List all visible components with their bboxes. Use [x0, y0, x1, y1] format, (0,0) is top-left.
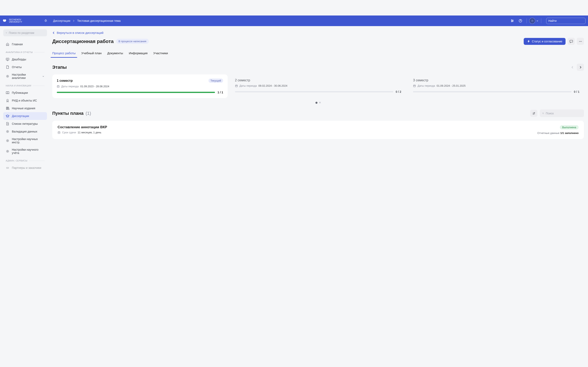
tab-information[interactable]: Информация	[129, 50, 148, 58]
svg-point-8	[6, 32, 7, 33]
chevron-left-icon	[571, 66, 574, 69]
calendar-icon	[413, 84, 416, 87]
svg-rect-21	[57, 86, 59, 87]
logo-icon	[2, 18, 7, 23]
dot-2[interactable]	[319, 102, 321, 103]
report-text: Отчетные данные 1/1 заполнено	[537, 132, 579, 134]
svg-rect-13	[7, 107, 8, 109]
dates-value: 09.02.2024 - 30.06.2024	[259, 84, 287, 87]
nav-lit-lists[interactable]: Списки литературы	[3, 120, 47, 128]
sort-button[interactable]	[530, 110, 537, 117]
nav-label: Настройки аналитики	[12, 73, 40, 80]
plan-actions	[530, 109, 584, 117]
stage-title: 1 семестр	[57, 79, 73, 83]
stages-prev-button	[569, 64, 576, 71]
sidebar-search-input[interactable]	[9, 31, 44, 34]
dates-value: 01.09.2024 - 25.01.2025	[437, 84, 466, 87]
award-icon	[6, 99, 9, 102]
gear-icon	[6, 130, 9, 133]
nav-group-admin: АДМИН. СЕРВИСЫ	[2, 157, 49, 164]
nav-partners[interactable]: Партнеры и заказчики	[3, 164, 47, 172]
plan-search[interactable]	[540, 109, 584, 117]
pin-icon[interactable]	[44, 19, 47, 22]
svg-rect-12	[6, 107, 7, 109]
progress-bar	[413, 91, 571, 92]
svg-point-20	[581, 41, 582, 42]
back-link[interactable]: Вернуться в список диссертаций	[52, 31, 584, 34]
status-approval-button[interactable]: Статус и согласование	[524, 38, 566, 45]
nav-label: Дашборды	[12, 58, 26, 61]
stages-title: Этапы	[52, 65, 67, 70]
svg-point-14	[7, 131, 8, 132]
global-search[interactable]	[546, 18, 586, 24]
nav-reports[interactable]: Отчеты	[3, 63, 47, 71]
svg-rect-23	[414, 85, 415, 87]
books-icon	[6, 106, 9, 110]
help-icon[interactable]	[517, 17, 524, 25]
breadcrumb: Диссертации Тестовая диссертационная тем…	[53, 19, 121, 22]
svg-point-19	[580, 41, 581, 42]
file-icon	[6, 65, 9, 69]
dot-1[interactable]	[315, 102, 318, 104]
breadcrumb-root[interactable]: Диссертации	[53, 19, 70, 22]
svg-point-11	[7, 99, 8, 101]
stage-card[interactable]: 3 семестр Даты периода 01.09.2024 - 25.0…	[408, 75, 584, 98]
stages-next-button[interactable]	[577, 64, 584, 71]
stage-card[interactable]: 1 семестр Текущий Даты периода 01.09.202…	[52, 75, 228, 98]
tab-documents[interactable]: Документы	[107, 50, 123, 58]
progress-bar	[235, 91, 393, 92]
nav-sci-account-settings[interactable]: Настройки научного учёта	[3, 146, 47, 157]
list-icon	[6, 122, 9, 125]
chevron-down-icon	[536, 20, 539, 22]
logo[interactable]: SECHENOV UNIVERSITY	[2, 18, 47, 23]
chevron-right-icon	[73, 20, 75, 22]
sidebar: Главная АНАЛИТИКА И ОТЧЕТЫ Дашборды Отче…	[0, 26, 50, 175]
nav-dissertations[interactable]: Диссертации	[3, 112, 47, 120]
nav-dashboards[interactable]: Дашборды	[3, 55, 47, 63]
user-avatar-menu[interactable]	[529, 18, 539, 24]
dates-label: Даты периода	[61, 85, 79, 88]
progress-bar	[57, 92, 215, 93]
tab-participants[interactable]: Участники	[153, 50, 168, 58]
svg-point-16	[7, 151, 8, 152]
avatar	[529, 18, 535, 24]
gear-icon	[6, 150, 9, 153]
calendar-icon	[57, 85, 60, 88]
nav-label: Научные издания	[12, 107, 35, 110]
chevron-down-icon	[42, 75, 44, 77]
carousel-dots	[52, 102, 584, 104]
nav-data-validation[interactable]: Валидация данных	[3, 128, 47, 135]
status-badge: В процессе написания	[116, 39, 149, 44]
nav-publications[interactable]: Публикации	[3, 89, 47, 97]
svg-point-6	[532, 21, 533, 21]
nav-label: Настройки научных инстр.	[12, 137, 44, 144]
nav-science-editions[interactable]: Научные издания	[3, 104, 47, 112]
settings-sliders-icon[interactable]	[509, 17, 516, 25]
plan-header: Пункты плана (1)	[52, 109, 584, 117]
title-row: Диссертационная работа В процессе написа…	[52, 38, 584, 45]
nav-sci-instr-settings[interactable]: Настройки научных инстр.	[3, 135, 47, 146]
more-button[interactable]	[577, 38, 584, 45]
stage-card[interactable]: 2 семестр Даты периода 09.02.2024 - 30.0…	[231, 75, 406, 98]
tab-study-plan[interactable]: Учебный план	[81, 50, 102, 58]
deadline-label: Срок сдачи	[62, 131, 76, 134]
svg-point-1	[513, 21, 513, 21]
plan-item-title: Составление аннотации ВКР	[58, 125, 537, 129]
chevron-right-icon	[579, 66, 582, 69]
nav-label: Диссертации	[12, 114, 29, 118]
svg-point-24	[543, 113, 544, 114]
nav-label: Валидация данных	[12, 130, 37, 133]
nav-rid[interactable]: РИД и объекты ИС	[3, 97, 47, 104]
plan-search-input[interactable]	[546, 112, 581, 115]
sidebar-search[interactable]	[3, 29, 47, 36]
plan-item[interactable]: Составление аннотации ВКР Срок сдачи 11 …	[52, 121, 584, 139]
book-open-icon	[6, 91, 9, 95]
tab-process[interactable]: Процесс работы	[52, 50, 76, 58]
global-search-input[interactable]	[548, 19, 584, 22]
nav-analytics-settings[interactable]: Настройки аналитики	[3, 71, 47, 82]
comment-button[interactable]	[568, 38, 575, 45]
nav-home[interactable]: Главная	[3, 40, 47, 48]
sort-icon	[532, 112, 536, 115]
nav-label: РИД и объекты ИС	[12, 99, 37, 102]
gear-icon	[6, 139, 9, 142]
